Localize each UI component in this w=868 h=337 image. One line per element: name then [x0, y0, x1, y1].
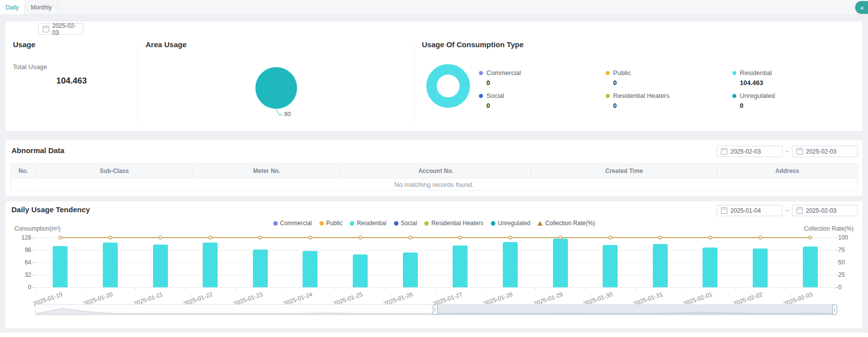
abnormal-date-from-value: 2025-02-03: [730, 148, 761, 155]
chart-legend-item[interactable]: Public: [319, 220, 343, 227]
legend-value: 0: [486, 102, 603, 109]
column-header: Address: [717, 164, 857, 178]
chart-legend-label: Collection Rate(%): [545, 220, 595, 227]
y-axis-tick-right: 50: [838, 259, 858, 266]
legend-label-line: Unregulated: [732, 91, 857, 100]
axis-tick: [836, 287, 838, 288]
table-header-row: No.Sub-ClassMeter No.Account No.Created …: [11, 164, 857, 178]
abnormal-date-to[interactable]: 2025-02-03: [792, 146, 858, 157]
legend-label-line: Residential Heaters: [606, 91, 730, 100]
legend-label-line: Public: [606, 68, 730, 77]
zoom-handle-right[interactable]: [832, 305, 837, 315]
data-zoom-slider[interactable]: [35, 304, 835, 315]
legend-label: Commercial: [486, 69, 521, 77]
legend-dot-icon: [479, 71, 483, 75]
x-axis-tick: [835, 287, 836, 289]
dot-icon: [491, 221, 495, 226]
axis-tick: [32, 287, 35, 288]
y-axis-tick-left: 32: [12, 271, 31, 278]
calendar-icon: [721, 207, 727, 214]
legend-dot-icon: [479, 94, 483, 98]
legend-dot-icon: [606, 94, 610, 98]
right-axis-title: Collection Rate(%): [804, 225, 854, 232]
axis-tick: [32, 262, 35, 263]
range-separator: ~: [786, 148, 789, 155]
consumption-type-title: Usage Of Consumption Type: [422, 40, 524, 49]
top-tab-bar: Daily Monthly «: [0, 0, 868, 15]
y-axis-tick-right: 25: [838, 271, 858, 278]
abnormal-date-to-value: 2025-02-03: [806, 148, 836, 155]
pie-slice-label: 90: [284, 111, 291, 118]
overview-date-picker[interactable]: 2025-02-03: [38, 23, 83, 35]
legend-value: 0: [740, 102, 857, 109]
tendency-date-to[interactable]: 2025-02-03: [792, 205, 858, 216]
tendency-date-to-value: 2025-02-03: [806, 207, 836, 214]
legend-label-line: Residential: [732, 68, 857, 77]
collapse-button[interactable]: «: [855, 1, 868, 14]
chart-legend-item[interactable]: Social: [394, 220, 417, 227]
legend-value: 104.463: [740, 79, 857, 86]
chart-legend-item[interactable]: Residential Heaters: [424, 220, 483, 227]
area-usage-title: Area Usage: [146, 40, 187, 49]
y-axis-tick-right: 0: [838, 284, 858, 291]
consumption-legend-item[interactable]: Commercial0: [479, 68, 603, 86]
legend-label: Social: [486, 92, 504, 99]
axis-tick: [836, 250, 838, 251]
chart-legend-item[interactable]: Unregulated: [491, 220, 530, 227]
chart-legend-label: Residential: [357, 220, 386, 227]
range-separator: ~: [786, 207, 789, 214]
zoom-handle-left[interactable]: [433, 305, 438, 315]
dot-icon: [424, 221, 429, 226]
consumption-legend-item[interactable]: Unregulated0: [732, 91, 857, 109]
legend-value: 0: [486, 79, 603, 86]
legend-dot-icon: [732, 94, 736, 98]
consumption-legend-item[interactable]: Residential104.463: [732, 68, 857, 86]
y-axis-tick-left: 0: [12, 284, 31, 291]
tab-daily[interactable]: Daily: [0, 0, 25, 14]
chart-legend-label: Unregulated: [498, 220, 530, 227]
consumption-legend-item[interactable]: Residential Heaters0: [606, 91, 730, 109]
column-header: Created Time: [531, 164, 717, 178]
chart-legend-label: Residential Heaters: [431, 220, 483, 227]
abnormal-data-title: Abnormal Data: [11, 146, 65, 155]
table-empty-row: No matching records found.: [11, 178, 857, 190]
consumption-legend-item[interactable]: Social0: [479, 91, 603, 109]
y-axis-tick-right: 75: [838, 247, 858, 253]
axis-tick: [32, 250, 35, 251]
total-usage-label: Total Usage: [13, 63, 47, 71]
chart-legend-item[interactable]: Residential: [350, 220, 386, 227]
chart-legend-item[interactable]: Collection Rate(%): [538, 220, 595, 227]
overview-date-value: 2025-02-03: [52, 22, 79, 36]
collection-rate-line: [35, 234, 835, 291]
usage-title: Usage: [13, 40, 35, 49]
legend-label-line: Social: [479, 91, 603, 100]
legend-dot-icon: [732, 71, 736, 75]
legend-label-line: Commercial: [479, 68, 603, 77]
chart-legend-label: Commercial: [280, 220, 312, 227]
dot-icon: [394, 221, 398, 226]
y-axis-tick-left: 64: [12, 259, 31, 266]
tab-monthly[interactable]: Monthly: [25, 0, 58, 14]
legend-label: Residential: [740, 69, 772, 77]
abnormal-date-range: 2025-02-03 ~ 2025-02-03: [716, 146, 858, 157]
axis-tick: [836, 262, 838, 263]
footer-strip: [0, 332, 868, 337]
overview-card: 2025-02-03 Usage Total Usage 104.463 Are…: [5, 21, 863, 132]
abnormal-date-from[interactable]: 2025-02-03: [716, 146, 783, 157]
tendency-date-from[interactable]: 2025-01-04: [716, 205, 783, 216]
zoom-window[interactable]: [435, 305, 835, 315]
chevrons-left-icon: «: [860, 4, 864, 11]
legend-dot-icon: [606, 71, 610, 75]
calendar-icon: [796, 148, 803, 155]
area-usage-pie[interactable]: [255, 67, 297, 109]
chart-legend-label: Social: [401, 220, 417, 227]
divider: [414, 44, 414, 121]
triangle-icon: [538, 221, 543, 226]
consumption-donut[interactable]: [426, 64, 470, 108]
consumption-legend-item[interactable]: Public0: [606, 68, 730, 86]
column-header: Meter No.: [193, 164, 341, 178]
tendency-title: Daily Usage Tendency: [11, 205, 90, 214]
chart-legend-label: Public: [326, 220, 343, 227]
column-header: No.: [11, 164, 36, 178]
chart-legend-item[interactable]: Commercial: [273, 220, 312, 227]
